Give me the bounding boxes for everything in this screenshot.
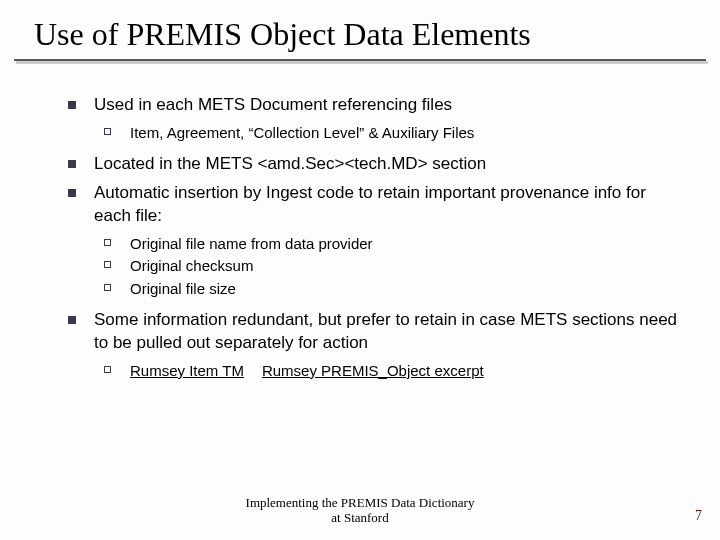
bullet-3-sub-2-text: Original checksum: [130, 257, 253, 274]
hollow-square-bullet-icon: [104, 239, 111, 246]
square-bullet-icon: [68, 160, 76, 168]
hollow-square-bullet-icon: [104, 284, 111, 291]
bullet-1-sub-1: Item, Agreement, “Collection Level” & Au…: [60, 123, 680, 143]
square-bullet-icon: [68, 316, 76, 324]
bullet-1-sub-1-text: Item, Agreement, “Collection Level” & Au…: [130, 124, 474, 141]
hollow-square-bullet-icon: [104, 128, 111, 135]
slide-body: Used in each METS Document referencing f…: [0, 64, 720, 381]
page-number: 7: [695, 508, 702, 524]
bullet-3-sub-3: Original file size: [60, 279, 680, 299]
bullet-3: Automatic insertion by Ingest code to re…: [60, 182, 680, 228]
bullet-3-sub-1: Original file name from data provider: [60, 234, 680, 254]
bullet-3-sub-3-text: Original file size: [130, 280, 236, 297]
slide-title: Use of PREMIS Object Data Elements: [34, 16, 686, 53]
bullet-4-text: Some information redundant, but prefer t…: [94, 310, 677, 352]
bullet-1: Used in each METS Document referencing f…: [60, 94, 680, 117]
hollow-square-bullet-icon: [104, 366, 111, 373]
bullet-2: Located in the METS <amd.Sec><tech.MD> s…: [60, 153, 680, 176]
footer-line-2: at Stanford: [0, 510, 720, 526]
bullet-3-sub-2: Original checksum: [60, 256, 680, 276]
bullet-4-links: Rumsey Item TMRumsey PREMIS_Object excer…: [60, 361, 680, 381]
link-rumsey-premis-object[interactable]: Rumsey PREMIS_Object excerpt: [262, 362, 484, 379]
square-bullet-icon: [68, 189, 76, 197]
footer: Implementing the PREMIS Data Dictionary …: [0, 495, 720, 526]
footer-line-1: Implementing the PREMIS Data Dictionary: [0, 495, 720, 511]
hollow-square-bullet-icon: [104, 261, 111, 268]
bullet-1-text: Used in each METS Document referencing f…: [94, 95, 452, 114]
bullet-4: Some information redundant, but prefer t…: [60, 309, 680, 355]
square-bullet-icon: [68, 101, 76, 109]
link-rumsey-item-tm[interactable]: Rumsey Item TM: [130, 362, 244, 379]
bullet-3-sub-1-text: Original file name from data provider: [130, 235, 373, 252]
bullet-2-text: Located in the METS <amd.Sec><tech.MD> s…: [94, 154, 486, 173]
bullet-3-text: Automatic insertion by Ingest code to re…: [94, 183, 646, 225]
